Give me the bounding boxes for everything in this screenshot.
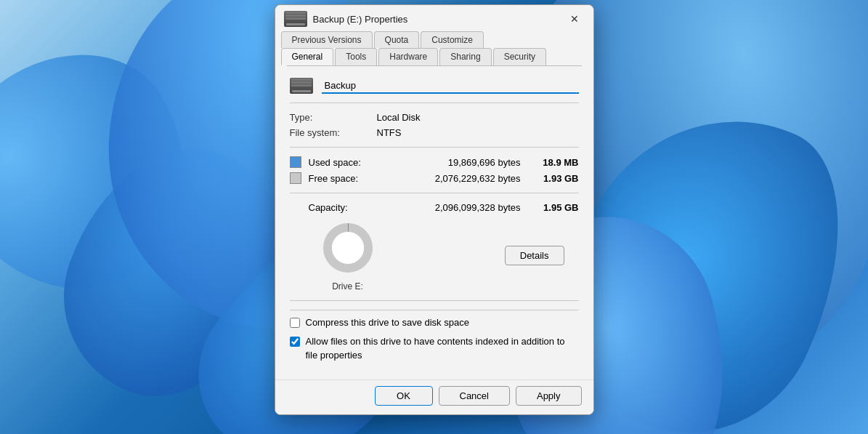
ok-button[interactable]: OK [375, 386, 433, 406]
tab-hardware[interactable]: Hardware [378, 48, 438, 65]
free-space-size: 1.93 GB [528, 173, 579, 184]
filesystem-row: File system: NTFS [290, 127, 579, 138]
chart-section: Drive E: Details [290, 219, 579, 292]
properties-dialog: Backup (E:) Properties ✕ Previous Versio… [275, 4, 594, 415]
dialog-footer: OK Cancel Apply [275, 379, 593, 414]
filesystem-label: File system: [290, 127, 377, 138]
apply-button[interactable]: Apply [516, 386, 582, 406]
compress-label: Compress this drive to save disk space [306, 316, 469, 329]
title-bar-left: Backup (E:) Properties [284, 11, 408, 27]
tab-security[interactable]: Security [493, 48, 546, 65]
dialog-title: Backup (E:) Properties [313, 14, 408, 25]
close-button[interactable]: ✕ [564, 11, 585, 27]
details-button[interactable]: Details [505, 246, 564, 265]
tabs-row-2: General Tools Hardware Sharing Security [281, 48, 588, 65]
title-bar-drive-icon [284, 11, 307, 27]
index-checkbox[interactable] [290, 337, 300, 347]
capacity-label: Capacity: [309, 202, 374, 213]
donut-wrapper: Drive E: [319, 219, 377, 292]
used-space-color [290, 156, 301, 168]
used-space-bytes: 19,869,696 bytes [389, 157, 521, 168]
checkboxes-section: Compress this drive to save disk space A… [290, 310, 579, 362]
donut-area: Drive E: [304, 219, 505, 292]
capacity-size: 1.95 GB [528, 202, 579, 213]
title-bar: Backup (E:) Properties ✕ [275, 5, 593, 31]
cancel-button[interactable]: Cancel [439, 386, 510, 406]
free-space-color [290, 172, 301, 184]
used-space-label: Used space: [309, 157, 381, 168]
drive-icon [290, 78, 313, 94]
used-space-row: Used space: 19,869,696 bytes 18.9 MB [290, 156, 579, 168]
type-row: Type: Local Disk [290, 112, 579, 123]
tab-tools[interactable]: Tools [335, 48, 377, 65]
section-divider-4 [290, 300, 579, 301]
donut-chart [319, 219, 377, 277]
svg-point-2 [332, 232, 364, 264]
drive-name-input[interactable] [322, 79, 579, 94]
used-space-size: 18.9 MB [528, 157, 579, 168]
dialog-content: Type: Local Disk File system: NTFS Used … [275, 66, 593, 379]
tab-customize[interactable]: Customize [421, 31, 484, 48]
tab-quota[interactable]: Quota [374, 31, 420, 48]
tabs-row-1: Previous Versions Quota Customize [281, 31, 588, 48]
tab-general[interactable]: General [281, 48, 334, 65]
compress-checkbox[interactable] [290, 318, 300, 328]
dialog-overlay: Backup (E:) Properties ✕ Previous Versio… [0, 0, 868, 434]
free-space-label: Free space: [309, 173, 381, 184]
capacity-row: Capacity: 2,096,099,328 bytes 1.95 GB [309, 202, 579, 213]
section-divider-1 [290, 103, 579, 103]
section-divider-2 [290, 147, 579, 148]
index-checkbox-row: Allow files on this drive to have conten… [290, 335, 579, 361]
tab-previous-versions[interactable]: Previous Versions [281, 31, 373, 48]
drive-name-section [290, 78, 579, 94]
tabs-container: Previous Versions Quota Customize Genera… [275, 31, 593, 66]
capacity-bytes: 2,096,099,328 bytes [381, 202, 521, 213]
compress-checkbox-row: Compress this drive to save disk space [290, 316, 579, 329]
tab-sharing[interactable]: Sharing [439, 48, 491, 65]
type-value: Local Disk [377, 112, 421, 123]
free-space-row: Free space: 2,076,229,632 bytes 1.93 GB [290, 172, 579, 184]
type-label: Type: [290, 112, 377, 123]
section-divider-3 [290, 193, 579, 193]
index-label: Allow files on this drive to have conten… [306, 335, 579, 361]
filesystem-value: NTFS [377, 127, 402, 138]
free-space-bytes: 2,076,229,632 bytes [389, 173, 521, 184]
drive-label: Drive E: [332, 281, 363, 292]
